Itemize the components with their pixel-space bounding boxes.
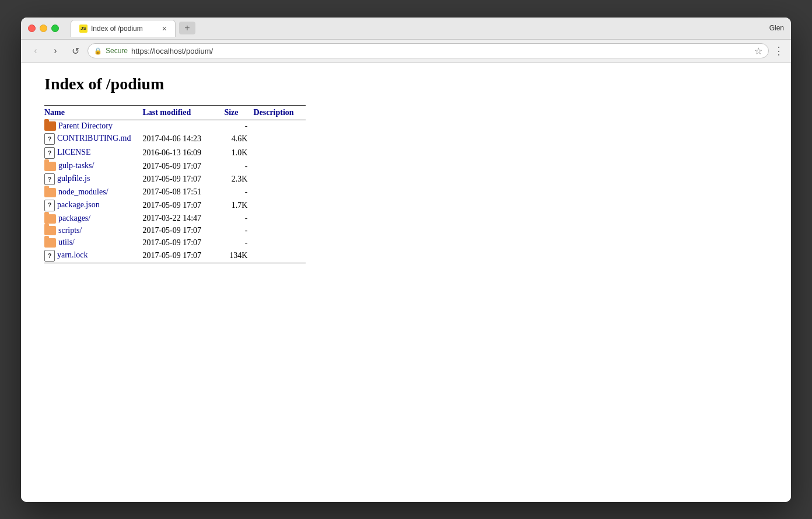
table-row: ?gulpfile.js2017-05-09 17:072.3K xyxy=(44,172,306,186)
file-link[interactable]: package.json xyxy=(57,200,100,209)
sort-modified-link[interactable]: Last modified xyxy=(142,108,191,117)
table-row: gulp-tasks/2017-05-09 17:07- xyxy=(44,160,306,172)
minimize-button[interactable] xyxy=(40,25,47,32)
browser-window: JS Index of /podium × + Glen ‹ › ↺ 🔒 Sec… xyxy=(21,18,791,502)
size-cell: - xyxy=(224,186,253,198)
maximize-button[interactable] xyxy=(51,25,59,32)
size-cell: - xyxy=(224,160,253,172)
sort-size-link[interactable]: Size xyxy=(224,108,238,117)
size-cell: 4.6K xyxy=(224,132,253,146)
file-icon: ? xyxy=(44,147,55,159)
description-cell xyxy=(253,186,305,198)
file-link[interactable]: packages/ xyxy=(58,214,90,222)
table-row: ?package.json2017-05-09 17:071.7K xyxy=(44,198,306,213)
description-cell xyxy=(253,160,305,172)
traffic-lights xyxy=(28,25,59,32)
folder-icon xyxy=(44,188,56,197)
forward-button[interactable]: › xyxy=(48,43,63,58)
modified-cell: 2016-06-13 16:09 xyxy=(142,146,224,160)
size-cell: - xyxy=(224,236,253,249)
description-cell xyxy=(253,198,305,213)
description-cell xyxy=(253,213,305,225)
folder-icon xyxy=(44,226,56,235)
file-link[interactable]: gulp-tasks/ xyxy=(58,161,94,170)
description-cell xyxy=(253,132,305,146)
table-row: node_modules/2017-05-08 17:51- xyxy=(44,186,306,198)
file-link[interactable]: CONTRIBUTING.md xyxy=(57,134,131,143)
modified-cell: 2017-04-06 14:23 xyxy=(142,132,224,146)
tab-favicon: JS xyxy=(79,25,88,33)
directory-table: Name Last modified Size Description Pare… xyxy=(44,105,306,264)
page-title: Index of /podium xyxy=(44,75,768,93)
bookmark-icon[interactable]: ☆ xyxy=(754,46,762,57)
secure-text: Secure xyxy=(106,47,128,55)
table-row: Parent Directory- xyxy=(44,120,306,132)
tab-title: Index of /podium xyxy=(91,25,143,33)
folder-icon xyxy=(44,214,56,224)
file-link[interactable]: Parent Directory xyxy=(58,121,113,130)
description-cell xyxy=(253,249,305,263)
file-icon: ? xyxy=(44,173,55,185)
size-cell: 2.3K xyxy=(224,172,253,186)
modified-cell: 2017-05-09 17:07 xyxy=(142,160,224,172)
modified-cell xyxy=(142,120,224,132)
tab-close-button[interactable]: × xyxy=(162,24,167,33)
size-cell: 1.0K xyxy=(224,146,253,160)
modified-cell: 2017-05-09 17:07 xyxy=(142,225,224,237)
file-link[interactable]: scripts/ xyxy=(58,226,82,235)
file-link[interactable]: LICENSE xyxy=(57,148,91,157)
title-bar: JS Index of /podium × + Glen xyxy=(21,18,791,40)
description-cell xyxy=(253,146,305,160)
user-name: Glen xyxy=(769,24,784,32)
address-bar[interactable]: 🔒 Secure https://localhost/podium/ ☆ xyxy=(88,43,769,58)
close-button[interactable] xyxy=(28,25,36,32)
lock-icon: 🔒 xyxy=(94,47,102,55)
file-icon: ? xyxy=(44,250,55,262)
table-row: ?LICENSE2016-06-13 16:091.0K xyxy=(44,146,306,160)
file-link[interactable]: yarn.lock xyxy=(57,250,88,259)
tab-bar: JS Index of /podium × + xyxy=(71,20,769,37)
table-row: ?yarn.lock2017-05-09 17:07134K xyxy=(44,249,306,263)
back-button[interactable]: ‹ xyxy=(28,43,43,58)
sort-description-link[interactable]: Description xyxy=(253,108,293,117)
table-row: scripts/2017-05-09 17:07- xyxy=(44,225,306,237)
folder-icon xyxy=(44,238,56,248)
size-cell: - xyxy=(224,213,253,225)
size-cell: - xyxy=(224,120,253,132)
description-cell xyxy=(253,225,305,237)
file-icon: ? xyxy=(44,200,55,211)
size-cell: - xyxy=(224,225,253,237)
table-row: ?CONTRIBUTING.md2017-04-06 14:234.6K xyxy=(44,132,306,146)
parent-icon xyxy=(44,121,56,131)
table-row: utils/2017-05-09 17:07- xyxy=(44,236,306,249)
file-link[interactable]: gulpfile.js xyxy=(57,174,90,183)
nav-bar: ‹ › ↺ 🔒 Secure https://localhost/podium/… xyxy=(21,40,791,63)
modified-cell: 2017-05-08 17:51 xyxy=(142,186,224,198)
file-link[interactable]: node_modules/ xyxy=(58,187,108,196)
browser-menu-button[interactable]: ⋮ xyxy=(774,44,784,57)
folder-icon xyxy=(44,162,56,171)
modified-cell: 2017-03-22 14:47 xyxy=(142,213,224,225)
description-cell xyxy=(253,172,305,186)
modified-cell: 2017-05-09 17:07 xyxy=(142,198,224,213)
table-row: packages/2017-03-22 14:47- xyxy=(44,213,306,225)
modified-cell: 2017-05-09 17:07 xyxy=(142,249,224,263)
description-cell xyxy=(253,120,305,132)
url-text: https://localhost/podium/ xyxy=(131,47,213,55)
size-cell: 1.7K xyxy=(224,198,253,213)
new-tab-button[interactable]: + xyxy=(179,22,195,34)
file-icon: ? xyxy=(44,133,55,145)
reload-button[interactable]: ↺ xyxy=(68,43,83,58)
file-link[interactable]: utils/ xyxy=(58,238,75,246)
sort-name-link[interactable]: Name xyxy=(44,108,65,117)
browser-tab[interactable]: JS Index of /podium × xyxy=(71,20,176,37)
page-content: Index of /podium Name Last modified Size… xyxy=(21,63,791,502)
description-cell xyxy=(253,236,305,249)
size-cell: 134K xyxy=(224,249,253,263)
modified-cell: 2017-05-09 17:07 xyxy=(142,236,224,249)
modified-cell: 2017-05-09 17:07 xyxy=(142,172,224,186)
